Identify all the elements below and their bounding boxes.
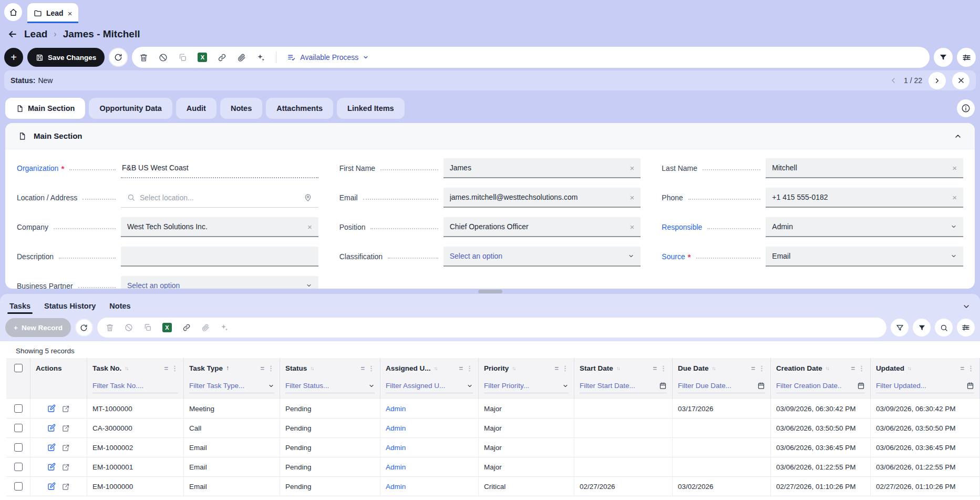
clear-icon[interactable]: × [952,193,957,202]
clear-icon[interactable]: × [952,164,957,172]
record-tab[interactable]: Lead × [27,3,78,23]
row-checkbox[interactable] [14,463,23,471]
column-header-due_date[interactable]: Due Date↑↓=⋮ [673,358,771,378]
cell-assigned[interactable]: Admin [380,438,479,457]
column-filter-icon[interactable]: = [360,364,365,372]
location-address-field[interactable]: Select location... [121,188,318,208]
business-partner-select[interactable]: Select an option [121,276,318,289]
next-record-button[interactable] [929,72,946,89]
available-process-button[interactable]: Available Process [287,53,369,62]
prev-record-icon[interactable] [889,76,898,85]
sort-icon[interactable]: ↑↓ [712,365,715,371]
back-arrow-icon[interactable] [7,29,18,39]
tasks-filter-outline-button[interactable] [891,319,909,336]
column-filter-icon[interactable]: = [260,364,264,372]
column-menu-icon[interactable]: ⋮ [267,364,274,372]
tab-audit[interactable]: Audit [176,98,216,119]
tasks-filter-button[interactable] [913,319,931,336]
copy-icon[interactable] [143,323,152,332]
company-input[interactable]: West Tech Solutions Inc.× [121,217,318,237]
ai-sparkle-icon[interactable] [256,53,265,62]
column-header-updated[interactable]: Updated↑↓=⋮ [871,358,980,378]
tab-linked-items[interactable]: Linked Items [337,98,405,119]
position-input[interactable]: Chief Operations Officer× [443,217,641,237]
column-filter-icon[interactable]: = [851,364,855,372]
cancel-icon[interactable] [159,53,168,62]
open-external-icon[interactable] [62,444,70,452]
column-filter-icon[interactable]: = [960,364,964,372]
save-changes-button[interactable]: Save Changes [27,48,105,67]
column-menu-icon[interactable]: ⋮ [562,364,569,372]
row-checkbox[interactable] [14,443,23,452]
column-menu-icon[interactable]: ⋮ [858,364,865,372]
column-filter-icon[interactable]: = [554,364,559,372]
sort-icon[interactable]: ↑↓ [310,365,313,371]
column-header-status[interactable]: Status↑↓=⋮ [280,358,380,378]
cancel-icon[interactable] [125,323,133,332]
table-row[interactable]: EM-1000000EmailPendingAdminCritical02/27… [6,477,980,496]
sort-icon[interactable]: ↑↓ [125,365,128,371]
add-button[interactable]: + [4,48,23,67]
table-row[interactable]: CA-3000000CallPendingAdminMajor03/06/202… [6,419,980,438]
filter-task_no[interactable]: Filter Task No.... [87,378,184,399]
filter-due_date[interactable]: Filter Due Date... [673,378,771,399]
sort-icon[interactable]: ↑↓ [512,365,515,371]
edit-icon[interactable] [47,463,56,471]
tasks-collapse-chevron-icon[interactable] [962,302,971,314]
tab-close-icon[interactable]: × [68,9,73,18]
column-header-start_date[interactable]: Start Date↑↓=⋮ [574,358,673,378]
info-button[interactable] [957,99,975,117]
column-filter-icon[interactable]: = [164,364,168,372]
refresh-button[interactable] [109,48,128,67]
select-all-checkbox[interactable] [14,364,23,372]
clear-icon[interactable]: × [630,222,635,231]
link-icon[interactable] [182,323,191,332]
edit-icon[interactable] [47,443,56,452]
main-section-header[interactable]: Main Section [5,123,975,149]
column-filter-icon[interactable]: = [653,364,657,372]
open-external-icon[interactable] [62,405,70,413]
table-row[interactable]: EM-1000001EmailPendingAdminMajor03/06/20… [6,457,980,477]
column-filter-icon[interactable]: = [751,364,755,372]
filter-assigned[interactable]: Filter Assigned U... [380,378,479,399]
calendar-icon[interactable] [966,382,974,390]
filter-priority[interactable]: Filter Priority... [479,378,574,399]
column-menu-icon[interactable]: ⋮ [368,364,375,372]
sort-icon[interactable]: ↑↓ [616,365,620,371]
last-name-input[interactable]: Mitchell× [766,158,963,178]
tasks-settings-button[interactable] [957,319,975,336]
column-menu-icon[interactable]: ⋮ [758,364,765,372]
open-external-icon[interactable] [62,424,70,432]
column-menu-icon[interactable]: ⋮ [660,364,667,372]
filter-creation_date[interactable]: Filter Creation Date.. [771,378,871,399]
column-header-priority[interactable]: Priority↑↓=⋮ [479,358,574,378]
column-header-creation_date[interactable]: Creation Date↑↓=⋮ [771,358,871,378]
sort-icon[interactable]: ↑↓ [907,365,911,371]
classification-select[interactable]: Select an option [443,247,641,267]
cell-assigned[interactable]: Admin [380,457,479,477]
clear-icon[interactable]: × [630,164,635,172]
column-header-assigned[interactable]: Assigned U...↑↓=⋮ [380,358,479,378]
edit-icon[interactable] [47,404,56,413]
close-record-button[interactable] [952,72,969,89]
sort-asc-icon[interactable]: ↑ [226,364,229,372]
collapse-chevron-up-icon[interactable] [954,132,962,140]
organization-field[interactable]: F&B US West Coast [121,158,318,178]
cell-assigned[interactable]: Admin [380,399,479,419]
first-name-input[interactable]: James× [443,158,641,178]
breadcrumb-parent[interactable]: Lead [24,28,47,40]
open-external-icon[interactable] [62,483,70,491]
tab-attachments[interactable]: Attachments [266,98,333,119]
row-checkbox[interactable] [14,424,23,432]
edit-icon[interactable] [47,424,56,432]
new-record-button[interactable]: + New Record [5,318,71,337]
filter-start_date[interactable]: Filter Start Date... [574,378,673,399]
splitter-handle-icon[interactable] [478,290,502,293]
attachment-icon[interactable] [237,53,246,62]
sort-icon[interactable]: ↑↓ [826,365,829,371]
filter-task_type[interactable]: Filter Task Type... [184,378,280,399]
source-select[interactable]: Email [766,247,963,267]
filter-status[interactable]: Filter Status... [280,378,380,399]
tasks-tab-status-history[interactable]: Status History [44,302,96,314]
column-header-task_type[interactable]: Task Type↑=⋮ [184,358,280,378]
